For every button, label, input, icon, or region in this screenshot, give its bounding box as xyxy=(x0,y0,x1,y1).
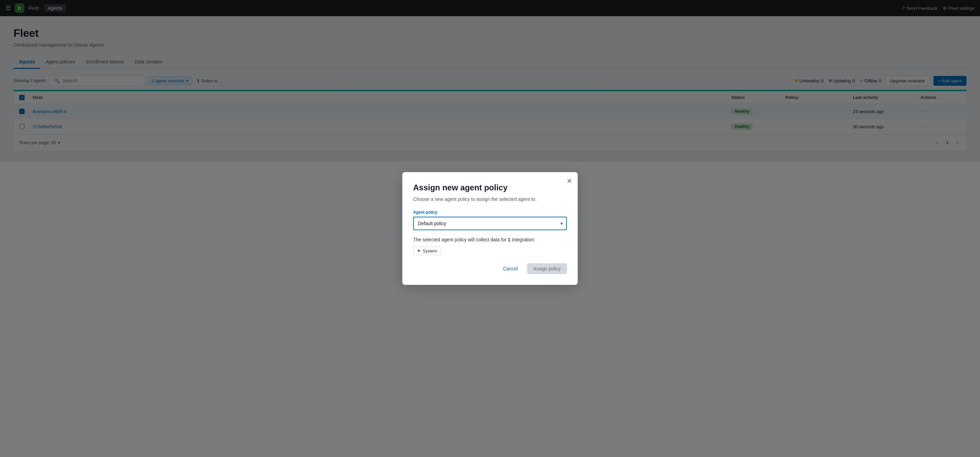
policy-select-wrapper: Default policy ▾ xyxy=(413,217,567,230)
modal-actions: Cancel Assign policy xyxy=(413,263,567,274)
modal-close-button[interactable]: ✕ xyxy=(566,177,572,184)
modal-overlay: ✕ Assign new agent policy Choose a new a… xyxy=(0,0,980,457)
integration-info: The selected agent policy will collect d… xyxy=(413,237,567,242)
modal-title: Assign new agent policy xyxy=(413,183,567,192)
policy-select[interactable]: Default policy xyxy=(413,217,567,230)
cancel-button[interactable]: Cancel xyxy=(498,263,523,274)
modal-subtitle: Choose a new agent policy to assign the … xyxy=(413,197,567,202)
policy-field-label: Agent policy xyxy=(413,210,567,215)
integration-name: System xyxy=(423,248,437,254)
assign-policy-button[interactable]: Assign policy xyxy=(527,263,567,274)
integration-badge: ✦ System xyxy=(413,246,441,255)
assign-policy-modal: ✕ Assign new agent policy Choose a new a… xyxy=(402,172,578,285)
system-integration-icon: ✦ xyxy=(417,248,421,254)
